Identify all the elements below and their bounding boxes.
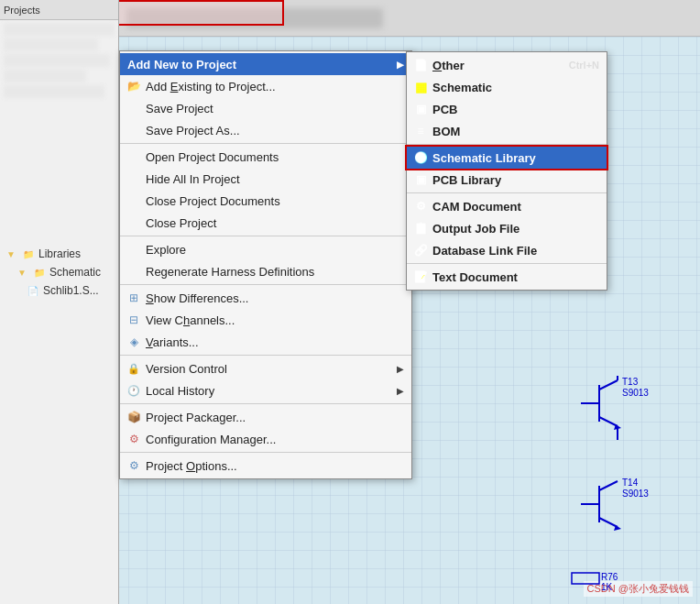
submenu-sep-3 — [407, 263, 607, 264]
cam-label: CAM Document — [432, 200, 521, 214]
libraries-label: Libraries — [38, 247, 81, 260]
sidebar-header: Projects — [0, 0, 118, 20]
menu-item-view-channels[interactable]: ⊟ View Channels... — [120, 309, 411, 331]
svg-text:T13: T13 — [622, 377, 639, 387]
pcb-label: PCB — [432, 103, 457, 116]
menu-item-config-manager[interactable]: ⚙ Configuration Manager... — [120, 428, 411, 450]
submenu-pcb[interactable]: ▣ PCB — [407, 98, 607, 120]
svg-line-12 — [599, 518, 618, 527]
submenu-arrow-add-new: ▶ — [397, 60, 404, 70]
options-icon: ⚙ — [126, 457, 142, 474]
add-existing-icon: 📂 — [126, 78, 142, 94]
svg-line-3 — [599, 417, 618, 426]
output-label: Output Job File — [432, 222, 520, 236]
schematic-label: Schematic — [49, 266, 101, 279]
submenu-text[interactable]: 📝 Text Document — [407, 266, 607, 288]
menu-item-regen-harness[interactable]: Regenerate Harness Definitions — [120, 260, 411, 282]
sep-5 — [120, 403, 411, 404]
schlib-label: Schlib1.S... — [43, 284, 99, 297]
menu-item-hide-all[interactable]: Hide All In Project — [120, 168, 411, 190]
submenu-sep-1 — [407, 144, 607, 145]
close-project-label: Close Project — [146, 216, 216, 230]
menu-item-open-docs[interactable]: Open Project Documents — [120, 146, 411, 168]
menu-item-close-project[interactable]: Close Project — [120, 212, 411, 234]
libraries-section: ▼ 📁 Libraries ▼ 📁 Schematic 📄 Schlib1.S.… — [0, 245, 118, 300]
add-new-label: Add New to Project — [127, 58, 236, 71]
sidebar-blurred-2 — [4, 38, 98, 51]
libraries-folder[interactable]: ▼ 📁 Libraries — [0, 245, 118, 263]
menu-item-local-history[interactable]: 🕐 Local History ▶ — [120, 379, 411, 401]
menu-item-explore[interactable]: Explore — [120, 238, 411, 260]
submenu-panel[interactable]: 📄 Other Ctrl+N ▦ Schematic ▣ PCB ≡ BOM 🔵 — [406, 51, 607, 291]
transistor-t13: T13 S9013 — [581, 376, 649, 440]
sidebar-blurred-5 — [4, 85, 104, 98]
lock-icon: 🔒 — [126, 360, 142, 377]
doc-icon: 📄 — [412, 57, 429, 73]
add-existing-label: Add Existing to Project... — [146, 80, 276, 93]
schematic-label: Schematic — [432, 81, 492, 94]
sidebar-tree: ▼ 📁 Libraries ▼ 📁 Schematic 📄 Schlib1.S.… — [0, 23, 118, 300]
svg-text:S9013: S9013 — [622, 388, 649, 398]
submenu-database-link[interactable]: 🔗 Database Link File — [407, 239, 607, 261]
schematic-folder[interactable]: ▼ 📁 Schematic — [0, 263, 118, 281]
expand-icon: ▼ — [4, 247, 18, 261]
bom-label: BOM — [432, 125, 460, 138]
submenu-cam[interactable]: ⚙ CAM Document — [407, 195, 607, 217]
sep-4 — [120, 355, 411, 356]
menu-item-show-diff[interactable]: ⊞ Show Differences... — [120, 287, 411, 309]
database-label: Database Link File — [432, 244, 537, 258]
pcb-icon: ▣ — [412, 101, 429, 117]
menu-item-project-options[interactable]: ⚙ Project Options... — [120, 455, 411, 477]
submenu-pcb-library[interactable]: ▣ PCB Library — [407, 169, 607, 191]
packager-label: Project Packager... — [146, 411, 246, 424]
menu-item-close-docs[interactable]: Close Project Documents — [120, 190, 411, 212]
database-icon: 🔗 — [412, 242, 429, 258]
submenu-bom[interactable]: ≡ BOM — [407, 120, 607, 142]
version-control-label: Version Control — [146, 362, 227, 376]
cam-icon: ⚙ — [412, 198, 429, 214]
schematic-icon: ▦ — [412, 79, 429, 95]
view-channels-label: View Channels... — [146, 313, 235, 327]
menu-item-packager[interactable]: 📦 Project Packager... — [120, 406, 411, 428]
svg-text:R76: R76 — [601, 572, 618, 582]
folder-icon-2: 📁 — [32, 265, 47, 280]
history-icon: 🕐 — [126, 382, 142, 399]
text-icon: 📝 — [412, 269, 429, 285]
explore-label: Explore — [146, 243, 186, 257]
expand-icon-2: ▼ — [15, 265, 29, 280]
sep-1 — [120, 143, 411, 144]
sidebar-blurred-4 — [4, 70, 86, 82]
variants-icon: ◈ — [126, 334, 142, 350]
text-label: Text Document — [432, 270, 518, 284]
submenu-other[interactable]: 📄 Other Ctrl+N — [407, 54, 607, 76]
pcblib-icon: ▣ — [412, 171, 429, 188]
submenu-schematic-library[interactable]: 🔵 Schematic Library — [407, 147, 607, 169]
menu-item-add-new[interactable]: Add New to Project ▶ 📄 Other Ctrl+N ▦ Sc… — [120, 53, 411, 75]
project-options-label: Project Options... — [146, 459, 237, 473]
svg-text:S9013: S9013 — [622, 489, 649, 499]
other-shortcut: Ctrl+N — [554, 60, 599, 71]
sidebar-blurred-3 — [4, 54, 110, 67]
menu-item-add-existing[interactable]: 📂 Add Existing to Project... — [120, 75, 411, 97]
config-icon: ⚙ — [126, 431, 142, 447]
sep-3 — [120, 284, 411, 285]
context-menu[interactable]: Add New to Project ▶ 📄 Other Ctrl+N ▦ Sc… — [119, 50, 412, 479]
regen-harness-label: Regenerate Harness Definitions — [146, 265, 314, 279]
open-docs-label: Open Project Documents — [146, 150, 279, 164]
menu-item-save-as[interactable]: Save Project As... — [120, 119, 411, 141]
menu-item-version-control[interactable]: 🔒 Version Control ▶ — [120, 357, 411, 379]
menu-item-variants[interactable]: ◈ Variants... — [120, 331, 411, 353]
sidebar-blurred-1 — [4, 23, 115, 36]
local-history-label: Local History — [146, 384, 214, 398]
hide-all-label: Hide All In Project — [146, 172, 240, 186]
show-diff-label: Show Differences... — [146, 291, 248, 305]
close-docs-label: Close Project Documents — [146, 194, 280, 208]
svg-text:T14: T14 — [622, 478, 639, 488]
folder-icon: 📁 — [21, 247, 36, 261]
menu-item-save-project[interactable]: Save Project — [120, 97, 411, 119]
submenu-schematic[interactable]: ▦ Schematic — [407, 76, 607, 98]
svg-rect-16 — [572, 573, 599, 584]
submenu-output-job[interactable]: 📋 Output Job File — [407, 217, 607, 239]
svg-line-11 — [599, 481, 618, 490]
schlib-file[interactable]: 📄 Schlib1.S... — [0, 281, 118, 300]
